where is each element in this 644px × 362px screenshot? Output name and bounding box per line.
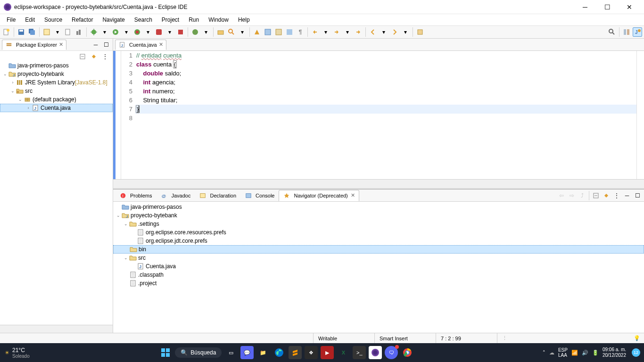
quick-access-button[interactable] [607, 27, 617, 37]
tree-item[interactable]: java-primeros-pasos [0, 61, 113, 70]
lang-indicator-1[interactable]: ESP [558, 347, 568, 353]
package-explorer-tree[interactable]: java-primeros-pasos⌄Jproyecto-bytebank›J… [0, 60, 113, 325]
explorer-button[interactable]: 📁 [256, 346, 270, 359]
build-button[interactable] [74, 27, 84, 37]
twisty-icon[interactable]: ⌄ [115, 213, 122, 218]
volume-icon[interactable]: 🔊 [582, 350, 588, 356]
tree-item[interactable]: ⌄src [113, 254, 644, 262]
nav-back-button[interactable]: ⇦ [557, 191, 566, 200]
tree-item[interactable]: ⌄.settings [113, 220, 644, 228]
nav-forward-button[interactable]: ⇨ [567, 191, 577, 200]
run-last-button[interactable] [154, 27, 164, 37]
search-button[interactable] [227, 27, 236, 37]
tree-item[interactable]: bin [113, 245, 644, 254]
forward-button[interactable] [390, 27, 399, 37]
last-edit-button[interactable] [354, 27, 363, 37]
show-whitespace-button[interactable] [274, 27, 283, 37]
terminal-button[interactable]: >_ [353, 346, 366, 359]
pin-editor-button[interactable] [415, 27, 425, 37]
collapse-all-button[interactable] [591, 191, 601, 200]
save-all-button[interactable] [27, 27, 37, 37]
maximize-view-button[interactable]: ☐ [101, 40, 111, 49]
tree-item[interactable]: org.eclipse.jdt.core.prefs [113, 237, 644, 245]
collapse-all-button[interactable] [78, 52, 87, 61]
tree-item[interactable]: .classpath [113, 271, 644, 279]
twisty-icon[interactable]: ⌄ [123, 255, 129, 260]
taskbar-clock[interactable]: 09:06 a. m. 20/12/2022 [603, 347, 628, 358]
eclipse-button[interactable] [369, 346, 382, 359]
menu-window[interactable]: Window [204, 15, 233, 25]
chat-button[interactable]: 💬 [240, 346, 254, 359]
link-with-editor-button[interactable] [602, 191, 611, 200]
coverage-button[interactable] [132, 27, 142, 37]
code-editor[interactable]: 12345678 // entidad cuentaclass cuenta {… [113, 51, 644, 179]
tip-icon[interactable]: 💡 [634, 335, 640, 341]
git-button[interactable]: ❖ [305, 346, 318, 359]
tree-item[interactable]: .project [113, 279, 644, 288]
tree-item[interactable]: org.eclipse.core.resources.prefs [113, 228, 644, 237]
back-dropdown[interactable]: ▾ [379, 27, 388, 37]
navigator-tree[interactable]: java-primeros-pasos⌄Jproyecto-bytebank⌄.… [113, 202, 644, 333]
debug-button[interactable] [89, 27, 99, 37]
twisty-icon[interactable]: ⌄ [123, 222, 129, 226]
debug-dropdown[interactable]: ▾ [100, 27, 109, 37]
external-tools-button[interactable] [176, 27, 185, 37]
next-annotation-dropdown[interactable]: ▾ [321, 27, 330, 37]
new-java-button[interactable] [190, 27, 200, 37]
twisty-icon[interactable]: ⌄ [2, 72, 8, 76]
coverage-dropdown[interactable]: ▾ [143, 27, 153, 37]
next-edit-button[interactable] [332, 27, 341, 37]
search-dropdown[interactable]: ▾ [238, 27, 247, 37]
bottom-tab-console[interactable]: Console [240, 190, 279, 201]
tree-item[interactable]: JCuenta.java [113, 262, 644, 271]
save-button[interactable] [17, 27, 26, 37]
new-window-button[interactable] [64, 27, 73, 37]
wifi-icon[interactable]: 📶 [571, 350, 578, 356]
menu-navigate[interactable]: Navigate [98, 15, 129, 25]
chrome-button[interactable] [401, 346, 414, 359]
bottom-tab-declaration[interactable]: Declaration [195, 190, 240, 201]
prev-edit-button[interactable] [310, 27, 320, 37]
maximize-button[interactable]: ☐ [596, 0, 618, 14]
menu-edit[interactable]: Edit [20, 15, 40, 25]
run-dropdown[interactable]: ▾ [122, 27, 131, 37]
bottom-tab-problems[interactable]: !Problems [115, 190, 156, 201]
bottom-tab-navigator-deprecated-[interactable]: Navigator (Deprecated)✕ [279, 190, 359, 201]
sublime-button[interactable] [289, 346, 302, 359]
twisty-icon[interactable]: ⌄ [9, 89, 16, 93]
tree-item[interactable]: ›JCuenta.java [0, 104, 113, 112]
menu-project[interactable]: Project [157, 15, 184, 25]
tree-item[interactable]: ⌄src [0, 87, 113, 95]
tree-item[interactable]: ⌄Jproyecto-bytebank [113, 211, 644, 220]
toggle-block-button[interactable] [263, 27, 272, 37]
tree-item[interactable]: java-primeros-pasos [113, 203, 644, 211]
menu-source[interactable]: Source [40, 15, 67, 25]
menu-refactor[interactable]: Refactor [67, 15, 98, 25]
close-icon[interactable]: ✕ [59, 41, 63, 48]
excel-button[interactable]: X [337, 346, 350, 359]
back-button[interactable] [368, 27, 378, 37]
toggle-mark-button[interactable] [252, 27, 262, 37]
run-button[interactable] [111, 27, 120, 37]
task-view-button[interactable]: ▭ [224, 346, 238, 359]
open-type-button[interactable] [42, 27, 51, 37]
tree-item[interactable]: ›JRE System Library [JavaSE-1.8] [0, 78, 113, 87]
close-icon[interactable]: ✕ [351, 192, 355, 198]
twisty-icon[interactable]: › [9, 80, 16, 85]
onedrive-icon[interactable]: ☁ [549, 350, 554, 356]
twisty-icon[interactable]: › [25, 106, 32, 110]
start-button[interactable] [159, 346, 172, 359]
battery-icon[interactable]: 🔋 [592, 350, 599, 356]
minimize-view-button[interactable]: ─ [622, 191, 632, 200]
package-explorer-tab[interactable]: Package Explorer ✕ [2, 40, 66, 50]
edge-button[interactable] [272, 346, 286, 359]
view-menu-button[interactable]: ⋮ [100, 52, 110, 61]
minimize-button[interactable]: ─ [574, 0, 596, 14]
taskbar-search[interactable]: 🔍Búsqueda [175, 347, 222, 358]
chevron-up-icon[interactable]: ˄ [543, 350, 545, 356]
bottom-tab-javadoc[interactable]: @Javadoc [156, 190, 195, 201]
app-button[interactable]: ▶ [321, 346, 334, 359]
editor-tab-cuenta[interactable]: J Cuenta.java ✕ [115, 40, 166, 50]
run-last-dropdown[interactable]: ▾ [165, 27, 174, 37]
new-package-button[interactable] [216, 27, 225, 37]
